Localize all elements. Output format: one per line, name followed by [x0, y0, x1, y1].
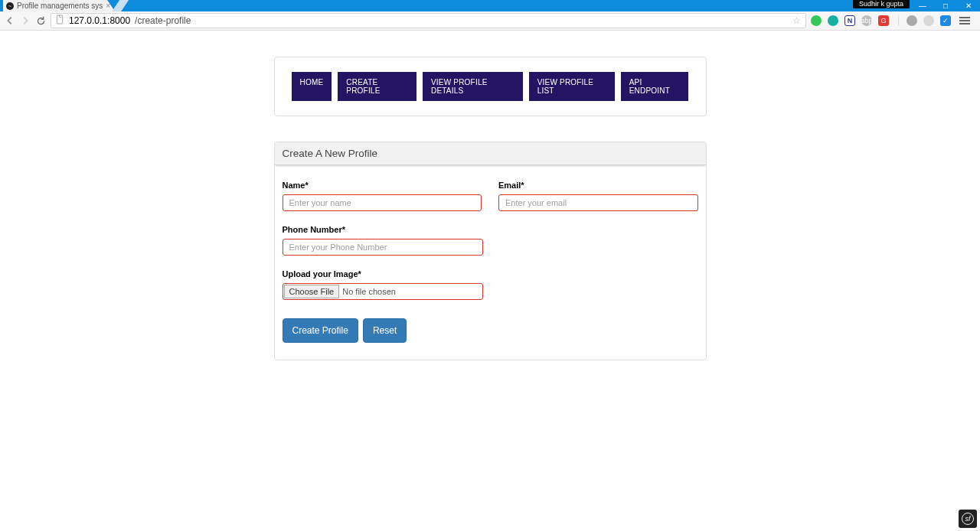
nav-home[interactable]: HOME — [292, 72, 332, 101]
choose-file-button[interactable]: Choose File — [284, 285, 340, 298]
close-tab-icon[interactable]: × — [106, 0, 110, 11]
card-title: Create A New Profile — [275, 142, 706, 165]
window-minimize-icon[interactable]: — — [911, 0, 934, 11]
nav-view-profile-list[interactable]: VIEW PROFILE LIST — [529, 72, 615, 101]
favicon-icon — [6, 2, 14, 10]
nav-view-profile-details[interactable]: VIEW PROFILE DETAILS — [423, 72, 523, 101]
chrome-menu-icon[interactable] — [957, 15, 972, 27]
site-info-icon[interactable] — [56, 15, 64, 27]
main-nav-panel: HOME CREATE PROFILE VIEW PROFILE DETAILS… — [274, 57, 707, 116]
email-input[interactable] — [498, 194, 698, 211]
extension-icon[interactable] — [923, 15, 934, 26]
toolbar-separator — [897, 15, 899, 26]
extension-icon[interactable]: G — [878, 15, 889, 26]
nav-api-endpoint[interactable]: API ENDPOINT — [621, 72, 689, 101]
reset-button[interactable]: Reset — [363, 318, 407, 343]
chrome-user-badge[interactable]: Sudhir k gupta — [853, 0, 910, 8]
window-close-icon[interactable]: ✕ — [957, 0, 980, 11]
create-profile-button[interactable]: Create Profile — [283, 318, 358, 343]
extension-icons: N abp G ✓ — [811, 15, 975, 27]
extension-icon[interactable] — [811, 15, 822, 26]
image-file-input[interactable]: Choose File No file chosen — [283, 283, 483, 300]
nav-create-profile[interactable]: CREATE PROFILE — [338, 72, 416, 101]
reload-icon[interactable] — [35, 15, 46, 26]
url-path: /create-profile — [135, 15, 191, 26]
file-status-text: No file chosen — [342, 287, 396, 296]
url-host: 127.0.0.1:8000 — [69, 15, 130, 26]
extension-icon[interactable]: N — [844, 15, 855, 26]
image-label: Upload your Image* — [283, 269, 483, 279]
extension-icon[interactable] — [906, 15, 917, 26]
tab-title: Profile managements sys — [17, 0, 103, 11]
browser-toolbar: 127.0.0.1:8000/create-profile ☆ N abp G … — [0, 11, 980, 31]
phone-input[interactable] — [283, 239, 483, 256]
address-bar[interactable]: 127.0.0.1:8000/create-profile ☆ — [51, 13, 806, 28]
back-icon[interactable] — [5, 15, 15, 26]
bookmark-star-icon[interactable]: ☆ — [792, 15, 801, 26]
create-profile-card: Create A New Profile Name* Email* — [274, 142, 707, 360]
svg-rect-1 — [57, 15, 62, 24]
email-label: Email* — [498, 181, 698, 190]
name-label: Name* — [283, 181, 482, 190]
forward-icon[interactable] — [20, 15, 31, 26]
extension-icon[interactable]: ✓ — [940, 15, 951, 26]
symfony-toolbar-icon[interactable]: sf — [959, 510, 977, 528]
extension-icon[interactable]: abp — [861, 15, 872, 26]
extension-icon[interactable] — [828, 15, 838, 26]
name-input[interactable] — [283, 194, 482, 211]
new-tab-button[interactable] — [112, 0, 129, 11]
window-maximize-icon[interactable]: □ — [934, 0, 957, 11]
browser-titlebar: Profile managements sys × Sudhir k gupta… — [0, 0, 980, 11]
phone-label: Phone Number* — [283, 225, 483, 234]
browser-tab[interactable]: Profile managements sys × — [3, 0, 115, 11]
